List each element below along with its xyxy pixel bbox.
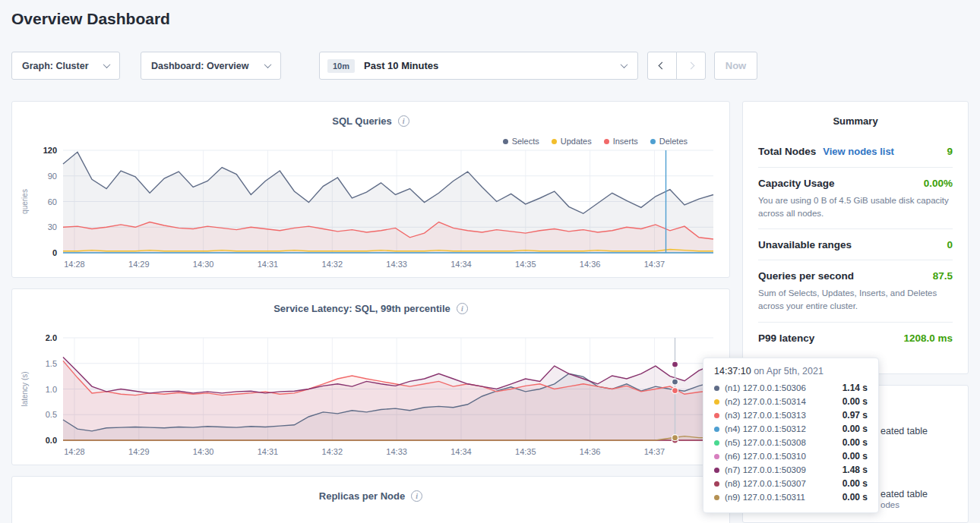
graph-dropdown-label: Graph: Cluster (22, 61, 89, 71)
svg-text:14:28: 14:28 (64, 447, 85, 456)
svg-text:14:29: 14:29 (128, 260, 150, 269)
summary-value: 0 (947, 239, 953, 250)
tooltip-date: on Apr 5th, 2021 (754, 366, 824, 376)
time-range-picker[interactable]: 10m Past 10 Minutes (319, 52, 638, 80)
event-fragment: eated table (880, 426, 928, 436)
svg-text:1.5: 1.5 (46, 359, 57, 368)
summary-value: 0.00% (924, 178, 953, 189)
tooltip-time: 14:37:10 (714, 366, 751, 376)
summary-panel: Summary Total NodesView nodes list 9 Cap… (742, 101, 969, 374)
node-color-dot-icon (714, 481, 719, 487)
dashboard-dropdown[interactable]: Dashboard: Overview (141, 52, 281, 80)
chevron-down-icon (621, 61, 628, 68)
tooltip-node-label: (n4) 127.0.0.1:50312 (725, 424, 806, 433)
tooltip-row: (n7) 127.0.0.1:503091.48 s (714, 463, 868, 477)
chart-card-replicas-per-node: Replicas per Node i (11, 476, 730, 523)
view-nodes-link[interactable]: View nodes list (823, 146, 894, 157)
svg-text:60: 60 (48, 197, 57, 206)
svg-text:0.5: 0.5 (46, 410, 57, 419)
graph-dropdown[interactable]: Graph: Cluster (11, 52, 120, 80)
svg-text:14:34: 14:34 (450, 447, 472, 456)
chevron-right-icon (688, 62, 695, 70)
chart-title: SQL Queries (332, 115, 392, 127)
chart-card-sql-queries: SQL Queries i SelectsUpdatesInsertsDelet… (11, 101, 730, 278)
svg-text:14:31: 14:31 (258, 447, 279, 456)
summary-row-p99-latency: P99 latency 1208.0 ms (758, 322, 953, 353)
svg-text:14:36: 14:36 (580, 447, 601, 456)
tooltip-value: 0.00 s (842, 396, 868, 407)
tooltip-node-label: (n6) 127.0.0.1:50310 (725, 452, 806, 461)
chart-plot-sql-queries[interactable]: 14:2814:2914:3014:3114:3214:3314:3414:35… (12, 144, 729, 278)
svg-text:14:28: 14:28 (64, 260, 85, 269)
chevron-down-icon (264, 61, 272, 68)
chevron-down-icon (103, 61, 111, 68)
summary-row-capacity-usage: Capacity Usage 0.00% You are using 0 B o… (758, 167, 953, 228)
summary-label: Capacity Usage (758, 178, 835, 189)
svg-text:14:37: 14:37 (644, 447, 665, 456)
tooltip-row: (n2) 127.0.0.1:503140.00 s (714, 395, 868, 408)
summary-value: 1208.0 ms (903, 332, 953, 344)
svg-text:14:35: 14:35 (515, 447, 536, 456)
tooltip-node-label: (n8) 127.0.0.1:50307 (725, 479, 806, 488)
node-color-dot-icon (714, 427, 719, 432)
summary-desc: You are using 0 B of 4.5 GiB usable disk… (758, 194, 953, 219)
tooltip-node-label: (n7) 127.0.0.1:50309 (725, 465, 806, 474)
now-button[interactable]: Now (714, 52, 757, 80)
summary-row-total-nodes: Total NodesView nodes list 9 (758, 134, 953, 167)
chart-title: Replicas per Node (319, 490, 405, 502)
tooltip-value: 0.00 s (842, 492, 868, 503)
svg-text:90: 90 (48, 172, 57, 181)
tooltip-row: (n1) 127.0.0.1:503061.14 s (714, 381, 868, 395)
svg-text:14:31: 14:31 (258, 260, 279, 269)
legend-swatch-icon (552, 139, 557, 144)
tooltip-node-label: (n3) 127.0.0.1:50313 (725, 411, 806, 420)
chart-card-service-latency: Service Latency: SQL, 99th percentile i … (11, 288, 730, 465)
tooltip-value: 1.48 s (842, 465, 868, 475)
tooltip-node-label: (n2) 127.0.0.1:50314 (725, 397, 806, 406)
svg-text:14:32: 14:32 (322, 260, 343, 269)
tooltip-row: (n9) 127.0.0.1:503110.00 s (714, 490, 868, 504)
chart-title: Service Latency: SQL, 99th percentile (273, 303, 450, 314)
node-color-dot-icon (714, 468, 719, 473)
info-icon[interactable]: i (398, 115, 409, 127)
chart-tooltip: 14:37:10 on Apr 5th, 2021 (n1) 127.0.0.1… (703, 358, 879, 513)
node-color-dot-icon (714, 399, 719, 405)
svg-text:0.0: 0.0 (46, 436, 57, 445)
tooltip-node-label: (n1) 127.0.0.1:50306 (725, 383, 806, 392)
legend-swatch-icon (650, 139, 656, 144)
summary-title: Summary (743, 102, 968, 134)
event-fragment: eated table (880, 489, 928, 499)
prev-range-button[interactable] (647, 52, 677, 80)
tooltip-row: (n8) 127.0.0.1:503070.00 s (714, 477, 868, 490)
svg-text:14:33: 14:33 (386, 447, 407, 456)
time-range-pager (647, 52, 706, 80)
svg-text:0: 0 (52, 248, 57, 257)
chart-plot-service-latency[interactable]: 14:2814:2914:3014:3114:3214:3314:3414:35… (12, 332, 729, 465)
svg-text:14:35: 14:35 (515, 260, 536, 269)
tooltip-row: (n6) 127.0.0.1:503100.00 s (714, 449, 868, 463)
svg-text:1.0: 1.0 (46, 385, 57, 394)
svg-text:120: 120 (43, 146, 57, 155)
summary-label: Unavailable ranges (758, 239, 852, 250)
node-color-dot-icon (714, 454, 719, 459)
node-color-dot-icon (714, 413, 719, 418)
svg-text:2.0: 2.0 (46, 333, 57, 342)
tooltip-value: 0.00 s (842, 437, 868, 448)
tooltip-value: 0.00 s (842, 424, 868, 434)
next-range-button[interactable] (676, 52, 706, 80)
summary-label: P99 latency (758, 332, 814, 344)
overview-dashboard-screen: Overview Dashboard Graph: Cluster Dashbo… (0, 0, 980, 523)
legend-swatch-icon (503, 139, 508, 144)
svg-text:14:32: 14:32 (322, 447, 343, 456)
svg-text:14:33: 14:33 (386, 260, 407, 269)
svg-text:14:36: 14:36 (580, 260, 601, 269)
tooltip-value: 0.00 s (842, 478, 868, 489)
tooltip-value: 0.00 s (842, 451, 868, 462)
info-icon[interactable]: i (411, 490, 422, 502)
event-fragment: odes (880, 500, 899, 509)
tooltip-row: (n4) 127.0.0.1:503120.00 s (714, 422, 868, 436)
node-color-dot-icon (714, 495, 719, 500)
info-icon[interactable]: i (457, 303, 468, 314)
summary-row-unavailable-ranges: Unavailable ranges 0 (758, 228, 953, 260)
time-range-badge: 10m (327, 59, 355, 73)
